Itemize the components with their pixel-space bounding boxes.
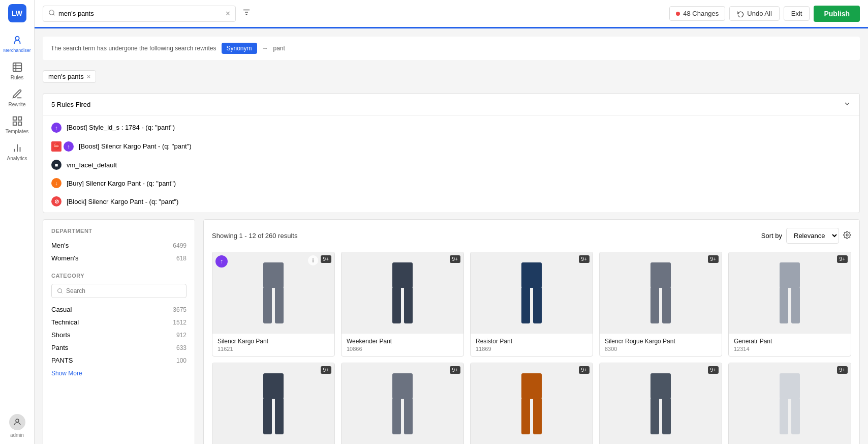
facet-label: Women's — [51, 254, 79, 262]
product-card-4[interactable]: 9+ Generatr Pant 12314 — [728, 252, 851, 357]
rule-text: [Bury] Silencr Kargo Pant - (q: "pant") — [67, 180, 176, 187]
block-icon: ⊘ — [51, 196, 61, 206]
boosted-icon-0: ↑ — [215, 255, 228, 268]
product-badge-5: 9+ — [321, 366, 331, 374]
chip-close-button[interactable]: × — [87, 73, 91, 80]
product-card-7[interactable]: 9+ Field Pant 9003 — [470, 363, 593, 444]
search-icon — [48, 9, 55, 18]
facet-item-womens[interactable]: Women's 618 — [51, 252, 187, 264]
rules-panel: 5 Rules Fired ↑ [Boost] Style_id_s : 178… — [43, 93, 860, 213]
product-name-2: Resistor Pant — [476, 338, 587, 345]
svg-rect-44 — [533, 398, 542, 434]
undo-all-button[interactable]: Undo All — [729, 6, 779, 21]
svg-rect-6 — [18, 117, 21, 120]
category-search-input[interactable] — [66, 287, 181, 294]
sidebar: LW Merchandiser Rules Rewrite Templates … — [0, 0, 35, 444]
facet-label: PANTS — [51, 357, 73, 364]
filter-button[interactable] — [242, 8, 251, 19]
rule-icons: ↑ — [51, 123, 61, 133]
sidebar-item-rules[interactable]: Rules — [0, 57, 34, 84]
rules-collapse-button[interactable] — [843, 100, 851, 109]
svg-rect-36 — [263, 373, 284, 399]
facet-item-technical[interactable]: Technical 1512 — [51, 316, 187, 329]
rule-item[interactable]: ■ vm_facet_default — [43, 156, 859, 174]
product-card-9[interactable]: 9+ City Pant 9005 — [728, 363, 851, 444]
rule-delete-button-2[interactable]: 🗑 — [825, 141, 838, 152]
rule-edit-button-2[interactable]: ✏ — [811, 141, 823, 152]
product-pants-image — [648, 373, 673, 434]
svg-rect-47 — [662, 398, 671, 434]
product-card-3[interactable]: 9+ Silencr Rogue Kargo Pant 8300 — [599, 252, 722, 357]
product-card-2[interactable]: 9+ Resistor Pant 11869 — [470, 252, 593, 357]
product-info-4: Generatr Pant 12314 — [729, 334, 851, 356]
product-name-0: Silencr Kargo Pant — [218, 338, 329, 345]
exit-label: Exit — [791, 10, 802, 17]
facet-label: Pants — [51, 344, 68, 351]
rule-item[interactable]: ⛔ ↑ [Boost] Silencr Kargo Pant - (q: "pa… — [43, 137, 859, 156]
product-card-0[interactable]: ↑ i 9+ Silencr Kargo Pant 11621 — [212, 252, 335, 357]
filter-chip[interactable]: men's pants × — [43, 70, 96, 83]
facet-item-pants-upper[interactable]: PANTS 100 — [51, 354, 187, 367]
rule-item[interactable]: ↑ [Boost] Style_id_s : 1784 - (q: "pant"… — [43, 118, 859, 137]
rule-item[interactable]: ⊘ [Block] Silencr Kargo Pant - (q: "pant… — [43, 192, 859, 211]
rule-delete-button[interactable]: 🗑 — [839, 122, 851, 133]
svg-rect-28 — [521, 287, 530, 323]
show-more-button[interactable]: Show More — [51, 370, 187, 377]
sidebar-merchandiser-label: Merchandiser — [3, 48, 31, 53]
svg-rect-49 — [780, 398, 788, 434]
facet-item-mens[interactable]: Men's 6499 — [51, 239, 187, 252]
undo-icon — [737, 10, 744, 17]
sort-select[interactable]: Relevance — [786, 228, 839, 244]
svg-rect-39 — [392, 373, 413, 399]
product-badge-2: 9+ — [579, 255, 590, 263]
changes-badge: 48 Changes — [669, 6, 725, 21]
rule-rows-button[interactable]: ≡ — [840, 141, 851, 152]
rewrite-description: The search term has undergone the follow… — [51, 45, 216, 52]
search-input[interactable] — [58, 10, 223, 17]
facet-item-pants[interactable]: Pants 633 — [51, 341, 187, 354]
analytics-icon — [12, 142, 23, 154]
sidebar-item-merchandiser[interactable]: Merchandiser — [0, 31, 34, 57]
product-name-3: Silencr Rogue Kargo Pant — [605, 338, 717, 345]
product-pants-image — [648, 262, 673, 323]
product-card-8[interactable]: 9+ Trail Pant 9004 — [599, 363, 722, 444]
svg-rect-24 — [392, 262, 413, 288]
undo-label: Undo All — [747, 10, 771, 17]
product-pants-image — [777, 262, 802, 323]
product-badge-8: 9+ — [708, 366, 719, 374]
svg-rect-41 — [404, 398, 413, 434]
rule-text: vm_facet_default — [67, 161, 117, 169]
product-name-1: Weekender Pant — [347, 338, 458, 345]
product-card-5[interactable]: 9+ Sweatpant 9001 — [212, 363, 335, 444]
bottom-section: DEPARTMENT Men's 6499 Women's 618 CATEGO… — [43, 219, 860, 444]
facet-item-casual[interactable]: Casual 3675 — [51, 303, 187, 316]
sidebar-item-templates[interactable]: Templates — [0, 111, 34, 138]
filter-chips: men's pants × — [43, 66, 860, 87]
product-pants-image — [261, 373, 286, 434]
facet-count: 6499 — [173, 242, 187, 249]
rule-text: [Boost] Silencr Kargo Pant - (q: "pant") — [79, 142, 192, 150]
avatar[interactable] — [9, 414, 25, 430]
product-card-1[interactable]: 9+ Weekender Pant 10866 — [341, 252, 464, 357]
exit-button[interactable]: Exit — [784, 6, 810, 21]
rule-item[interactable]: ↓ [Bury] Silencr Kargo Pant - (q: "pant"… — [43, 174, 859, 192]
publish-button[interactable]: Publish — [814, 6, 860, 22]
clear-search-button[interactable]: × — [226, 9, 230, 18]
product-info-button-0[interactable]: i — [308, 255, 318, 265]
product-badge-3: 9+ — [708, 255, 719, 263]
product-pants-image — [390, 373, 415, 434]
sort-settings-button[interactable] — [843, 231, 851, 241]
product-image-6: 9+ — [342, 363, 463, 444]
sidebar-item-analytics[interactable]: Analytics — [0, 138, 34, 165]
sidebar-analytics-label: Analytics — [7, 156, 27, 161]
product-card-6[interactable]: 9+ Chino Pant 9002 — [341, 363, 464, 444]
sidebar-item-rewrite[interactable]: Rewrite — [0, 84, 34, 111]
product-image-1: 9+ — [342, 252, 463, 334]
svg-point-13 — [49, 10, 54, 15]
rule-edit-button[interactable]: ✏ — [824, 122, 836, 133]
facet-item-shorts[interactable]: Shorts 912 — [51, 329, 187, 341]
rules-icon — [12, 62, 23, 73]
sort-label: Sort by — [761, 232, 782, 240]
changes-dot — [676, 12, 680, 16]
product-image-0: ↑ i 9+ — [212, 252, 334, 334]
